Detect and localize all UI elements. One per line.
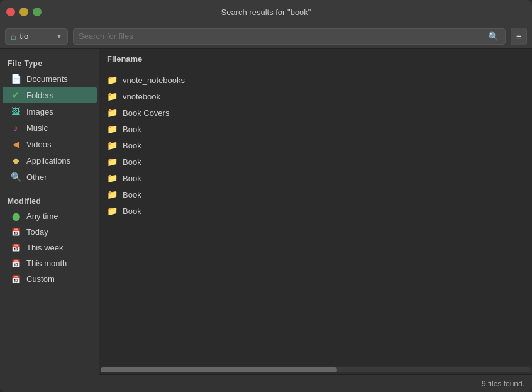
status-bar: 9 files found. [99, 374, 532, 392]
list-item[interactable]: 📁 Book [99, 137, 532, 154]
calendar-custom-icon: 📅 [10, 275, 21, 284]
image-icon: 🖼 [10, 106, 21, 116]
file-name: Book [123, 190, 141, 199]
file-list: 📁 vnote_notebooks 📁 vnotebook 📁 Book Cov… [99, 69, 532, 366]
scrollbar-area[interactable] [99, 366, 532, 374]
home-icon: ⌂ [11, 31, 16, 42]
titlebar: Search results for "book" [0, 0, 532, 24]
video-icon: ◀ [10, 139, 21, 149]
calendar-today-icon: 📅 [10, 228, 21, 237]
sidebar-item-folders-label: Folders [26, 91, 53, 100]
maximize-button[interactable] [33, 8, 42, 16]
search-bar: 🔍 [73, 28, 506, 45]
applications-icon: ◆ [10, 155, 21, 165]
content-area: Filename 📁 vnote_notebooks 📁 vnotebook 📁… [99, 49, 532, 392]
sidebar-item-today-label: Today [26, 227, 48, 237]
list-item[interactable]: 📁 Book [99, 121, 532, 137]
list-item[interactable]: 📁 vnote_notebooks [99, 72, 532, 88]
sidebar-item-applications[interactable]: ◆ Applications [3, 152, 97, 169]
scrollbar-track [101, 367, 531, 372]
folder-check-icon: ✔ [10, 90, 21, 100]
calendar-week-icon: 📅 [10, 244, 21, 252]
sidebar-item-videos[interactable]: ◀ Videos [3, 136, 97, 152]
main-area: File Type 📄 Documents ✔ Folders 🖼 Images… [0, 49, 532, 392]
sidebar-divider [5, 189, 94, 189]
sidebar-item-this-week[interactable]: 📅 This week [3, 240, 97, 255]
close-button[interactable] [6, 8, 15, 16]
sidebar-item-today[interactable]: 📅 Today [3, 224, 97, 240]
toolbar: ⌂ tio ▼ 🔍 ≡ [0, 24, 532, 49]
radio-active-icon: ⬤ [10, 212, 21, 221]
sidebar-item-any-time-label: Any time [26, 211, 58, 221]
folder-icon: 📁 [107, 189, 118, 199]
file-name: Book Covers [123, 108, 169, 118]
location-button[interactable]: ⌂ tio ▼ [5, 28, 68, 45]
sidebar-item-custom-label: Custom [26, 274, 55, 284]
list-item[interactable]: 📁 Book [99, 154, 532, 170]
main-window: Search results for "book" ⌂ tio ▼ 🔍 ≡ Fi… [0, 0, 532, 392]
folder-icon: 📁 [107, 75, 118, 85]
sidebar-item-any-time[interactable]: ⬤ Any time [3, 208, 97, 224]
modified-section-title: Modified [0, 193, 99, 208]
sidebar-item-documents-label: Documents [26, 74, 68, 84]
file-name: Book [123, 174, 141, 183]
document-icon: 📄 [10, 74, 21, 84]
sidebar-item-custom[interactable]: 📅 Custom [3, 271, 97, 287]
file-name: vnotebook [123, 92, 160, 101]
file-name: Book [123, 206, 141, 216]
folder-icon: 📁 [107, 206, 118, 216]
sidebar-item-this-month-label: This month [26, 259, 67, 268]
folder-icon: 📁 [107, 173, 118, 183]
sidebar-item-other[interactable]: 🔍 Other [3, 169, 97, 185]
column-filename: Filename [107, 54, 142, 64]
sidebar-item-images[interactable]: 🖼 Images [3, 103, 97, 120]
scrollbar-thumb[interactable] [101, 367, 337, 372]
menu-button[interactable]: ≡ [511, 28, 527, 45]
minimize-button[interactable] [19, 8, 28, 16]
list-item[interactable]: 📁 Book [99, 170, 532, 186]
sidebar-item-other-label: Other [26, 172, 47, 182]
dropdown-arrow-icon: ▼ [56, 33, 62, 40]
sidebar-item-documents[interactable]: 📄 Documents [3, 70, 97, 87]
sidebar-item-this-month[interactable]: 📅 This month [3, 255, 97, 271]
file-name: Book [123, 125, 141, 134]
list-item[interactable]: 📁 Book [99, 186, 532, 203]
search-input[interactable] [79, 31, 487, 41]
sidebar-item-videos-label: Videos [26, 140, 52, 149]
location-label: tio [19, 31, 28, 41]
file-name: Book [123, 141, 141, 150]
sidebar: File Type 📄 Documents ✔ Folders 🖼 Images… [0, 49, 99, 392]
sidebar-item-music-label: Music [26, 123, 48, 133]
file-name: Book [123, 157, 141, 167]
sidebar-item-folders[interactable]: ✔ Folders [3, 87, 97, 103]
folder-icon: 📁 [107, 124, 118, 134]
music-icon: ♪ [10, 123, 21, 133]
folder-icon: 📁 [107, 108, 118, 118]
window-controls [6, 8, 42, 16]
list-item[interactable]: 📁 vnotebook [99, 88, 532, 104]
file-name: vnote_notebooks [123, 76, 185, 85]
sidebar-item-this-week-label: This week [26, 243, 64, 252]
folder-icon: 📁 [107, 140, 118, 150]
content-header: Filename [99, 49, 532, 69]
list-item[interactable]: 📁 Book [99, 203, 532, 219]
folder-icon: 📁 [107, 91, 118, 101]
list-item[interactable]: 📁 Book Covers [99, 104, 532, 121]
sidebar-item-applications-label: Applications [26, 156, 70, 165]
sidebar-item-music[interactable]: ♪ Music [3, 120, 97, 136]
search-button[interactable]: 🔍 [487, 31, 500, 42]
calendar-month-icon: 📅 [10, 259, 21, 268]
other-icon: 🔍 [10, 172, 21, 182]
window-title: Search results for "book" [221, 8, 311, 17]
folder-icon: 📁 [107, 157, 118, 167]
sidebar-item-images-label: Images [26, 107, 53, 116]
status-text: 9 files found. [482, 379, 524, 388]
file-type-section-title: File Type [0, 55, 99, 70]
